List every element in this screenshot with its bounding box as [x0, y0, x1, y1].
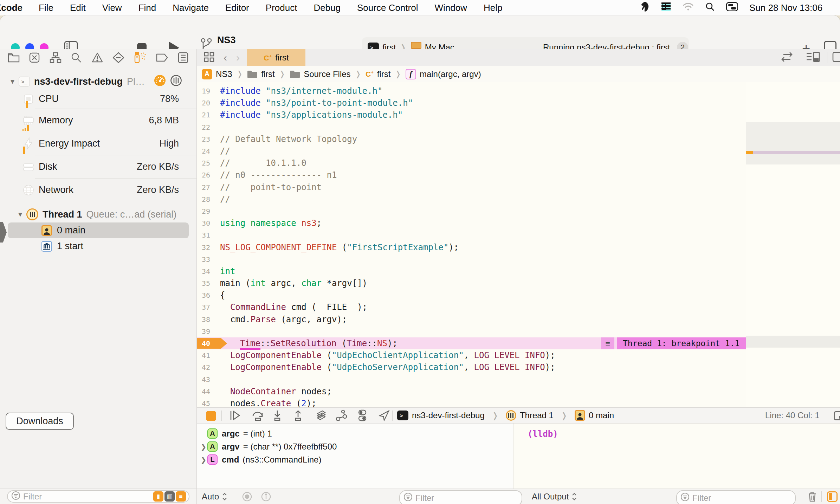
jumpbar-item-first[interactable]: first	[247, 69, 275, 79]
breakpoint-badge[interactable]: 40	[197, 338, 227, 349]
code-token: "UdpEchoClientApplication"	[332, 350, 464, 360]
scope-selector[interactable]: Auto	[202, 489, 227, 504]
gauge-row-network[interactable]: NetworkZero KB/s	[0, 179, 196, 201]
debug-area-toggle-icon[interactable]	[206, 411, 216, 421]
gauge-row-memory[interactable]: Memory6,8 MB	[0, 109, 196, 132]
menu-item-window[interactable]: Window	[434, 2, 467, 13]
continue-icon[interactable]	[229, 410, 241, 421]
code-line-28: 28//	[197, 193, 746, 205]
variables-view[interactable]: Aargc= (int) 1❯Aargv= (char **) 0x7ffeef…	[197, 424, 513, 489]
input-source-icon[interactable]	[661, 1, 671, 14]
menu-item-edit[interactable]: Edit	[70, 2, 86, 13]
navigator-tab-issues-icon[interactable]	[91, 52, 103, 63]
memory-graph-icon[interactable]	[335, 409, 348, 421]
menubar-clock[interactable]: Sun 28 Nov 13:06	[749, 2, 822, 13]
disclosure-triangle[interactable]: ❯	[200, 442, 207, 451]
step-over-icon[interactable]	[251, 410, 265, 421]
menu-item-help[interactable]: Help	[484, 2, 502, 13]
control-center-icon[interactable]	[726, 2, 738, 14]
adjust-editor-icon[interactable]	[806, 52, 820, 64]
swap-editor-icon[interactable]	[781, 52, 793, 64]
annotation-menu-icon[interactable]: ≡	[601, 337, 614, 349]
clear-console-icon[interactable]	[807, 489, 817, 504]
console-filter-field[interactable]: Filter	[676, 490, 796, 504]
show-values-icon[interactable]	[242, 489, 252, 504]
editor-options-icon[interactable]	[832, 52, 840, 64]
filter-flagged-button[interactable]: ▮	[153, 491, 163, 502]
debug-crumb-frame[interactable]: 0 main	[589, 411, 614, 420]
variable-row-argc[interactable]: Aargc= (int) 1	[197, 427, 513, 440]
navigator-filter-field[interactable]: Filter ▮ ▥ ≡	[7, 490, 189, 503]
debug-layout-icon[interactable]	[834, 411, 840, 420]
step-into-icon[interactable]	[272, 410, 283, 421]
apple-menu-app-name[interactable]: Xcode	[0, 2, 22, 13]
info-icon[interactable]	[261, 489, 271, 504]
app-logo-icon[interactable]	[640, 1, 650, 14]
simulate-location-icon[interactable]	[378, 409, 390, 421]
line-number: 24	[197, 147, 220, 155]
stack-frame-0-main[interactable]: 0 main	[0, 222, 196, 238]
navigator-tab-reports-icon[interactable]	[177, 52, 189, 63]
code-line-45: 45 nodes.Create (2);	[197, 398, 746, 407]
back-button[interactable]: ‹	[224, 52, 227, 64]
chevron-down-icon[interactable]: ▾	[11, 77, 14, 86]
debug-crumb-thread[interactable]: Thread 1	[520, 411, 554, 420]
search-icon[interactable]	[705, 2, 715, 14]
filter-icon	[680, 492, 690, 504]
navigator-tab-symbols-icon[interactable]	[50, 52, 62, 63]
process-terminal-icon[interactable]: >_	[397, 411, 408, 420]
toggle-variables-view-icon[interactable]	[827, 491, 838, 502]
environment-overrides-icon[interactable]	[357, 409, 368, 421]
source-editor[interactable]: 19#include "ns3/internet-module.h"20#inc…	[197, 82, 840, 407]
tab-overview-icon[interactable]	[204, 52, 214, 64]
gauge-row-energy[interactable]: Energy ImpactHigh	[0, 132, 196, 155]
filter-bars-button[interactable]: ≡	[176, 491, 186, 502]
navigator-tab-project-icon[interactable]	[8, 52, 20, 63]
jumpbar-item-ns3[interactable]: ANS3	[202, 69, 232, 79]
menu-item-product[interactable]: Product	[266, 2, 297, 13]
code-line-40[interactable]: 40 Time::SetResolution (Time::NS);≡Threa…	[197, 337, 746, 349]
debug-crumb-process[interactable]: ns3-dev-first-debug	[412, 411, 485, 420]
menu-item-file[interactable]: File	[39, 2, 53, 13]
menu-item-navigate[interactable]: Navigate	[173, 2, 209, 13]
debug-bottom-bar: Auto Filter All Output	[197, 489, 840, 504]
navigator-tab-bar	[0, 49, 196, 66]
navigator-tab-breakpoints-icon[interactable]	[156, 52, 168, 63]
stack-frame-1-start[interactable]: 1 start	[0, 238, 196, 254]
menu-item-source-control[interactable]: Source Control	[357, 2, 418, 13]
menu-item-editor[interactable]: Editor	[225, 2, 249, 13]
menu-item-view[interactable]: View	[102, 2, 122, 13]
jumpbar-item-source-files[interactable]: Source Files	[290, 69, 350, 79]
downloads-button[interactable]: Downloads	[6, 413, 74, 430]
tab-first[interactable]: C+ first	[247, 49, 305, 66]
gauge-row-disk[interactable]: DiskZero KB/s	[0, 155, 196, 178]
variable-row-argv[interactable]: ❯Aargv= (char **) 0x7ffeefbff500	[197, 440, 513, 453]
gauge-row-cpu[interactable]: CPU78%	[0, 89, 196, 109]
code-text: CommandLine cmd (__FILE__);	[220, 302, 367, 312]
navigator-tab-debug-icon[interactable]	[134, 52, 146, 64]
step-out-icon[interactable]	[292, 410, 304, 421]
filter-columns-button[interactable]: ▥	[164, 491, 175, 502]
annotation-label[interactable]: Thread 1: breakpoint 1.1 (1)	[617, 337, 746, 349]
navigator-tab-tests-icon[interactable]	[112, 52, 124, 63]
thread-row[interactable]: ▾ Thread 1 Queue: c…ad (serial)	[0, 206, 196, 222]
forward-button[interactable]: ›	[236, 52, 240, 64]
disclosure-triangle[interactable]: ❯	[200, 455, 207, 464]
gauge-dial-icon[interactable]	[154, 75, 166, 89]
navigator-tab-source-control-icon[interactable]	[29, 52, 40, 63]
variable-row-cmd[interactable]: ❯Lcmd(ns3::CommandLine)	[197, 453, 513, 466]
menu-item-find[interactable]: Find	[138, 2, 156, 13]
jumpbar-item-main-argc-argv-[interactable]: fmain(argc, argv)	[406, 69, 481, 79]
jumpbar-item-first[interactable]: C+first	[366, 69, 390, 79]
thread-view-toggle-icon[interactable]	[170, 75, 182, 89]
process-row[interactable]: ▾ >_ ns3-dev-first-debug Pl…	[0, 74, 196, 89]
minimap[interactable]	[746, 82, 840, 407]
view-hierarchy-icon[interactable]	[315, 409, 328, 421]
menu-item-debug[interactable]: Debug	[314, 2, 341, 13]
variables-filter-field[interactable]: Filter	[399, 490, 522, 504]
chevron-down-icon[interactable]: ▾	[18, 210, 22, 219]
navigator-tab-find-icon[interactable]	[71, 52, 82, 63]
wifi-icon[interactable]	[683, 2, 694, 14]
output-selector[interactable]: All Output	[532, 489, 577, 504]
console-view[interactable]: (lldb)	[513, 424, 840, 489]
